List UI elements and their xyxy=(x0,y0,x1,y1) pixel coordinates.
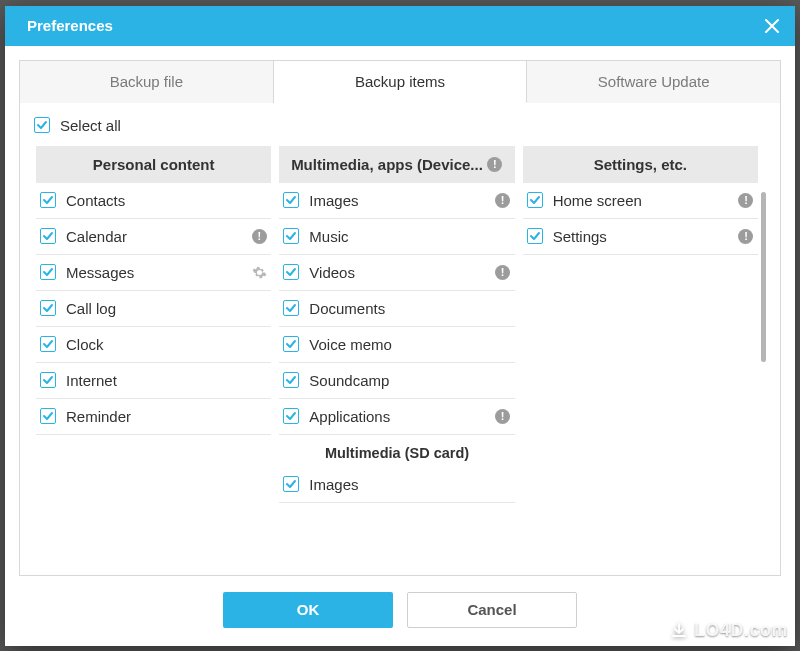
tab-software-update[interactable]: Software Update xyxy=(527,60,781,103)
checkbox[interactable] xyxy=(40,192,56,208)
checkbox[interactable] xyxy=(283,300,299,316)
multimedia-item: Videos! xyxy=(279,255,514,291)
personal-item: Call log xyxy=(36,291,271,327)
checkbox[interactable] xyxy=(283,228,299,244)
checkbox[interactable] xyxy=(40,264,56,280)
tab-backup-items[interactable]: Backup items xyxy=(274,60,528,103)
gear-icon[interactable] xyxy=(251,264,267,280)
info-icon[interactable]: ! xyxy=(495,192,511,208)
multimedia-item: Voice memo xyxy=(279,327,514,363)
info-icon[interactable]: ! xyxy=(487,156,503,172)
checkbox[interactable] xyxy=(527,192,543,208)
checkbox[interactable] xyxy=(283,336,299,352)
info-icon[interactable]: ! xyxy=(251,228,267,244)
multimedia-item: Documents xyxy=(279,291,514,327)
personal-item: Reminder xyxy=(36,399,271,435)
select-all-row: Select all xyxy=(32,113,768,146)
personal-item: Contacts xyxy=(36,183,271,219)
select-all-checkbox[interactable] xyxy=(34,117,50,133)
column-header-settings-label: Settings, etc. xyxy=(594,156,687,173)
checkbox[interactable] xyxy=(283,372,299,388)
item-label: Voice memo xyxy=(309,336,510,353)
checkbox[interactable] xyxy=(283,192,299,208)
info-icon[interactable]: ! xyxy=(738,228,754,244)
column-personal: Personal content ContactsCalendar!Messag… xyxy=(32,146,275,575)
scrollbar[interactable] xyxy=(761,192,766,362)
tabs: Backup file Backup items Software Update xyxy=(19,60,781,103)
item-label: Soundcamp xyxy=(309,372,510,389)
watermark-text: LO4D.com xyxy=(694,620,788,641)
personal-item: Internet xyxy=(36,363,271,399)
info-icon[interactable]: ! xyxy=(495,408,511,424)
column-header-multimedia-label: Multimedia, apps (Device... xyxy=(291,156,483,173)
watermark: LO4D.com xyxy=(670,620,788,641)
column-header-personal: Personal content xyxy=(36,146,271,183)
multimedia-item: Music xyxy=(279,219,514,255)
preferences-window: Preferences Backup file Backup items Sof… xyxy=(5,6,795,646)
footer: OK Cancel xyxy=(19,576,781,646)
column-multimedia: Multimedia, apps (Device... ! Images!Mus… xyxy=(275,146,518,575)
multimedia-item: Applications! xyxy=(279,399,514,435)
item-label: Images xyxy=(309,476,510,493)
titlebar: Preferences xyxy=(5,6,795,46)
settings-item: Settings! xyxy=(523,219,758,255)
checkbox[interactable] xyxy=(527,228,543,244)
subheader-sdcard: Multimedia (SD card) xyxy=(279,435,514,467)
window-title: Preferences xyxy=(27,17,113,34)
item-label: Calendar xyxy=(66,228,241,245)
checkbox[interactable] xyxy=(283,264,299,280)
checkbox[interactable] xyxy=(283,408,299,424)
item-label: Settings xyxy=(553,228,728,245)
tab-body: Select all Personal content ContactsCale… xyxy=(19,103,781,576)
item-label: Messages xyxy=(66,264,241,281)
columns-wrap: Personal content ContactsCalendar!Messag… xyxy=(32,146,768,575)
close-icon[interactable] xyxy=(763,17,781,35)
checkbox[interactable] xyxy=(40,300,56,316)
checkbox[interactable] xyxy=(283,476,299,492)
personal-item: Calendar! xyxy=(36,219,271,255)
tab-backup-file[interactable]: Backup file xyxy=(19,60,274,103)
column-header-multimedia: Multimedia, apps (Device... ! xyxy=(279,146,514,183)
item-label: Applications xyxy=(309,408,484,425)
item-label: Contacts xyxy=(66,192,267,209)
select-all-label: Select all xyxy=(60,117,121,134)
checkbox[interactable] xyxy=(40,408,56,424)
multimedia-item: Images! xyxy=(279,183,514,219)
sd-item: Images xyxy=(279,467,514,503)
multimedia-item: Soundcamp xyxy=(279,363,514,399)
settings-item: Home screen! xyxy=(523,183,758,219)
item-label: Internet xyxy=(66,372,267,389)
columns[interactable]: Personal content ContactsCalendar!Messag… xyxy=(32,146,768,575)
info-icon[interactable]: ! xyxy=(738,192,754,208)
checkbox[interactable] xyxy=(40,336,56,352)
item-label: Clock xyxy=(66,336,267,353)
item-label: Reminder xyxy=(66,408,267,425)
column-header-personal-label: Personal content xyxy=(93,156,215,173)
item-label: Videos xyxy=(309,264,484,281)
item-label: Documents xyxy=(309,300,510,317)
column-settings: Settings, etc. Home screen!Settings! xyxy=(519,146,762,575)
item-label: Home screen xyxy=(553,192,728,209)
info-icon[interactable]: ! xyxy=(495,264,511,280)
checkbox[interactable] xyxy=(40,228,56,244)
item-label: Music xyxy=(309,228,510,245)
personal-item: Clock xyxy=(36,327,271,363)
ok-button[interactable]: OK xyxy=(223,592,393,628)
personal-item: Messages xyxy=(36,255,271,291)
content-area: Backup file Backup items Software Update… xyxy=(5,46,795,646)
item-label: Images xyxy=(309,192,484,209)
cancel-button[interactable]: Cancel xyxy=(407,592,577,628)
checkbox[interactable] xyxy=(40,372,56,388)
column-header-settings: Settings, etc. xyxy=(523,146,758,183)
item-label: Call log xyxy=(66,300,267,317)
